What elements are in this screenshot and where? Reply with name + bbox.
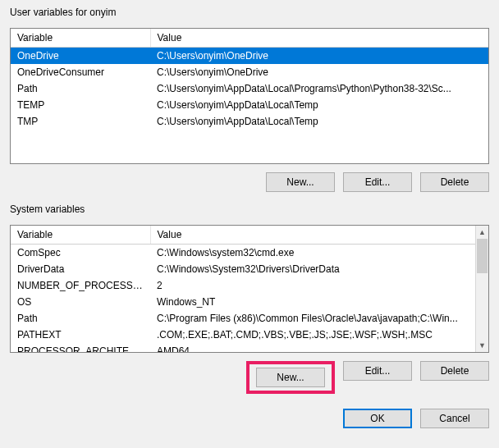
- system-new-button[interactable]: New...: [256, 368, 325, 387]
- cell-variable: OneDrive: [11, 48, 150, 65]
- col-value[interactable]: Value: [150, 29, 488, 48]
- system-delete-button[interactable]: Delete: [420, 361, 489, 381]
- table-header-row: Variable Value: [11, 29, 488, 48]
- cell-value: C:\Windows\system32\cmd.exe: [150, 245, 475, 262]
- cell-variable: DriverData: [11, 261, 150, 277]
- table-row[interactable]: TEMPC:\Users\onyim\AppData\Local\Temp: [11, 97, 488, 113]
- cell-value: 2: [150, 277, 475, 294]
- table-row[interactable]: OneDriveConsumerC:\Users\onyim\OneDrive: [11, 64, 488, 80]
- system-vars-group-label: System variables: [10, 203, 489, 215]
- user-vars-group-label: User variables for onyim: [10, 7, 489, 18]
- table-row[interactable]: OSWindows_NT: [11, 294, 475, 310]
- user-new-button[interactable]: New...: [266, 172, 335, 192]
- table-row[interactable]: NUMBER_OF_PROCESSORS2: [11, 277, 475, 294]
- cell-variable: PATHEXT: [11, 327, 150, 343]
- col-variable[interactable]: Variable: [11, 29, 150, 48]
- cell-variable: Path: [11, 80, 150, 97]
- cell-variable: OS: [11, 294, 150, 310]
- user-vars-button-row: New... Edit... Delete: [10, 172, 489, 192]
- cell-value: AMD64: [150, 343, 475, 352]
- cell-variable: ComSpec: [11, 245, 150, 262]
- cell-value: Windows_NT: [150, 294, 475, 310]
- cell-value: .COM;.EXE;.BAT;.CMD;.VBS;.VBE;.JS;.JSE;.…: [150, 327, 475, 343]
- table-row[interactable]: PATHEXT.COM;.EXE;.BAT;.CMD;.VBS;.VBE;.JS…: [11, 327, 475, 343]
- user-delete-button[interactable]: Delete: [420, 172, 489, 192]
- table-row[interactable]: PathC:\Users\onyim\AppData\Local\Program…: [11, 80, 488, 97]
- scroll-down-icon[interactable]: ▼: [476, 339, 488, 352]
- cell-variable: Path: [11, 310, 150, 327]
- cell-value: C:\Users\onyim\AppData\Local\Temp: [150, 97, 488, 113]
- table-row[interactable]: TMPC:\Users\onyim\AppData\Local\Temp: [11, 113, 488, 130]
- cell-variable: OneDriveConsumer: [11, 64, 150, 80]
- system-edit-button[interactable]: Edit...: [343, 361, 412, 381]
- cell-value: C:\Users\onyim\OneDrive: [150, 48, 488, 65]
- table-header-row: Variable Value: [11, 226, 475, 245]
- system-vars-table[interactable]: Variable Value ComSpecC:\Windows\system3…: [10, 225, 489, 353]
- cell-variable: PROCESSOR_ARCHITECTURE: [11, 343, 150, 352]
- user-edit-button[interactable]: Edit...: [343, 172, 412, 192]
- table-row[interactable]: ComSpecC:\Windows\system32\cmd.exe: [11, 245, 475, 262]
- ok-button[interactable]: OK: [343, 409, 412, 428]
- col-variable[interactable]: Variable: [11, 226, 150, 245]
- col-value[interactable]: Value: [150, 226, 475, 245]
- system-vars-button-row: New... Edit... Delete: [10, 361, 489, 394]
- highlight-annotation: New...: [246, 361, 335, 394]
- user-vars-table[interactable]: Variable Value OneDriveC:\Users\onyim\On…: [10, 28, 489, 164]
- table-row[interactable]: DriverDataC:\Windows\System32\Drivers\Dr…: [11, 261, 475, 277]
- table-row[interactable]: OneDriveC:\Users\onyim\OneDrive: [11, 48, 488, 65]
- scroll-thumb[interactable]: [477, 239, 488, 273]
- cell-value: C:\Users\onyim\AppData\Local\Programs\Py…: [150, 80, 488, 97]
- cell-value: C:\Users\onyim\OneDrive: [150, 64, 488, 80]
- dialog-footer: OK Cancel: [10, 409, 489, 428]
- cell-value: C:\Users\onyim\AppData\Local\Temp: [150, 113, 488, 130]
- cell-variable: NUMBER_OF_PROCESSORS: [11, 277, 150, 294]
- cell-value: C:\Program Files (x86)\Common Files\Orac…: [150, 310, 475, 327]
- cell-variable: TMP: [11, 113, 150, 130]
- table-row[interactable]: PathC:\Program Files (x86)\Common Files\…: [11, 310, 475, 327]
- cancel-button[interactable]: Cancel: [420, 409, 489, 428]
- cell-value: C:\Windows\System32\Drivers\DriverData: [150, 261, 475, 277]
- system-vars-scrollbar[interactable]: ▲ ▼: [475, 226, 488, 352]
- table-row[interactable]: PROCESSOR_ARCHITECTUREAMD64: [11, 343, 475, 352]
- scroll-up-icon[interactable]: ▲: [476, 226, 488, 239]
- cell-variable: TEMP: [11, 97, 150, 113]
